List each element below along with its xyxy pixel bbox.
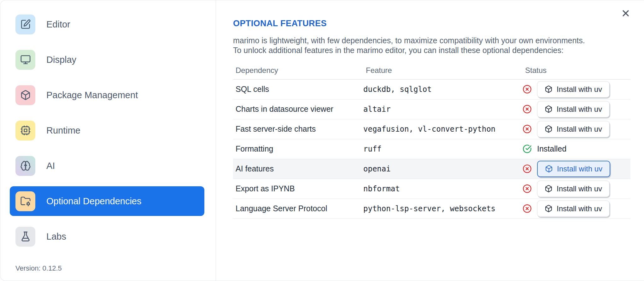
package-box-icon xyxy=(545,105,553,113)
installed-status-label: Installed xyxy=(537,144,566,153)
table-row-export-as-ipynb: Export as IPYNB nbformat Install with uv xyxy=(233,179,630,199)
dependency-cell: Formatting xyxy=(233,144,363,153)
feature-cell: duckdb, sqlglot xyxy=(363,85,523,94)
feature-cell: nbformat xyxy=(363,184,523,193)
table-row-charts-in-datasource-viewer: Charts in datasource viewer altair Insta… xyxy=(233,99,630,119)
package-box-icon xyxy=(545,205,553,212)
sidebar-item-runtime[interactable]: Runtime xyxy=(10,116,204,145)
status-cell: Install with uv xyxy=(523,159,630,179)
description-line-2: To unlock additional features in the mar… xyxy=(233,45,644,55)
header-feature: Feature xyxy=(363,66,523,75)
sidebar-nav-list: Editor Display Package Management Runtim… xyxy=(10,9,216,251)
sidebar-item-optional-dependencies[interactable]: Optional Dependencies xyxy=(10,186,204,216)
sidebar-item-label: Display xyxy=(46,55,76,65)
optional-features-panel: OPTIONAL FEATURES marimo is lightweight,… xyxy=(216,0,644,281)
feature-cell: openai xyxy=(363,164,523,173)
sidebar-item-label: Editor xyxy=(46,19,70,30)
feature-cell: vegafusion, vl-convert-python xyxy=(363,125,523,134)
install-with-uv-button[interactable]: Install with uv xyxy=(537,101,610,117)
package-box-icon xyxy=(545,185,553,193)
dependency-cell: SQL cells xyxy=(233,85,363,94)
feature-cell: ruff xyxy=(363,145,523,153)
table-header-row: Dependency Feature Status xyxy=(233,62,630,80)
feature-cell: python-lsp-server, websockets xyxy=(363,204,523,213)
sidebar-item-editor[interactable]: Editor xyxy=(10,9,204,39)
install-button-label: Install with uv xyxy=(557,85,602,94)
sidebar-item-display[interactable]: Display xyxy=(10,45,204,75)
description-line-1: marimo is lightweight, with few dependen… xyxy=(233,36,644,45)
package-box-icon xyxy=(545,165,553,173)
square-pen-icon xyxy=(15,15,35,34)
dependency-cell: AI features xyxy=(233,164,363,173)
sidebar-item-ai[interactable]: AI xyxy=(10,151,204,181)
dependency-cell: Fast server-side charts xyxy=(233,124,363,134)
sidebar-item-label: Runtime xyxy=(46,125,80,136)
header-status: Status xyxy=(523,66,630,75)
install-button-label: Install with uv xyxy=(557,125,602,134)
package-box-icon xyxy=(545,85,553,93)
monitor-icon xyxy=(15,50,35,70)
status-cell: Installed xyxy=(523,143,630,155)
flask-icon xyxy=(15,227,35,247)
not-installed-icon xyxy=(523,164,532,173)
not-installed-icon xyxy=(523,105,532,114)
settings-sidebar: Editor Display Package Management Runtim… xyxy=(0,0,216,281)
folder-cog-icon xyxy=(15,191,35,211)
install-button-label: Install with uv xyxy=(557,204,602,213)
table-row-language-server-protocol: Language Server Protocol python-lsp-serv… xyxy=(233,199,630,219)
status-cell: Install with uv xyxy=(523,179,630,199)
install-with-uv-button[interactable]: Install with uv xyxy=(537,181,610,197)
version-label: Version: 0.12.5 xyxy=(15,264,62,272)
sidebar-item-label: Optional Dependencies xyxy=(46,196,141,206)
installed-icon xyxy=(523,144,532,153)
page-title: OPTIONAL FEATURES xyxy=(233,19,644,28)
table-row-ai-features: AI features openai Install with uv xyxy=(233,159,630,179)
dependency-cell: Export as IPYNB xyxy=(233,184,363,193)
status-cell: Install with uv xyxy=(523,80,630,99)
sidebar-item-label: AI xyxy=(46,161,55,171)
install-with-uv-button[interactable]: Install with uv xyxy=(537,161,610,177)
feature-cell: altair xyxy=(363,105,523,114)
sidebar-item-label: Package Management xyxy=(46,90,138,100)
dependency-cell: Charts in datasource viewer xyxy=(233,105,363,114)
cpu-icon xyxy=(15,121,35,140)
status-cell: Install with uv xyxy=(523,199,630,218)
table-row-fast-server-side-charts: Fast server-side charts vegafusion, vl-c… xyxy=(233,119,630,139)
install-with-uv-button[interactable]: Install with uv xyxy=(537,121,610,137)
table-row-formatting: Formatting ruff Installed xyxy=(233,139,630,159)
status-cell: Install with uv xyxy=(523,99,630,119)
sidebar-item-label: Labs xyxy=(46,231,66,242)
sidebar-item-package-management[interactable]: Package Management xyxy=(10,80,204,110)
table-row-sql-cells: SQL cells duckdb, sqlglot Install with u… xyxy=(233,80,630,99)
dependencies-table: Dependency Feature Status SQL cells duck… xyxy=(233,62,630,219)
install-button-label: Install with uv xyxy=(557,164,602,173)
install-with-uv-button[interactable]: Install with uv xyxy=(537,81,610,98)
dependency-cell: Language Server Protocol xyxy=(233,204,363,213)
not-installed-icon xyxy=(523,85,532,94)
not-installed-icon xyxy=(523,204,532,213)
sidebar-item-labs[interactable]: Labs xyxy=(10,222,204,251)
install-with-uv-button[interactable]: Install with uv xyxy=(537,200,610,217)
not-installed-icon xyxy=(523,184,532,193)
not-installed-icon xyxy=(523,124,532,134)
header-dependency: Dependency xyxy=(233,66,363,75)
close-icon[interactable] xyxy=(620,8,631,19)
brain-icon xyxy=(15,156,35,176)
description-text: marimo is lightweight, with few dependen… xyxy=(233,36,644,55)
install-button-label: Install with uv xyxy=(557,105,602,114)
package-icon xyxy=(15,85,35,105)
status-cell: Install with uv xyxy=(523,119,630,139)
settings-dialog: Editor Display Package Management Runtim… xyxy=(0,0,644,281)
install-button-label: Install with uv xyxy=(557,184,602,193)
package-box-icon xyxy=(545,125,553,133)
table-body: SQL cells duckdb, sqlglot Install with u… xyxy=(233,80,630,219)
